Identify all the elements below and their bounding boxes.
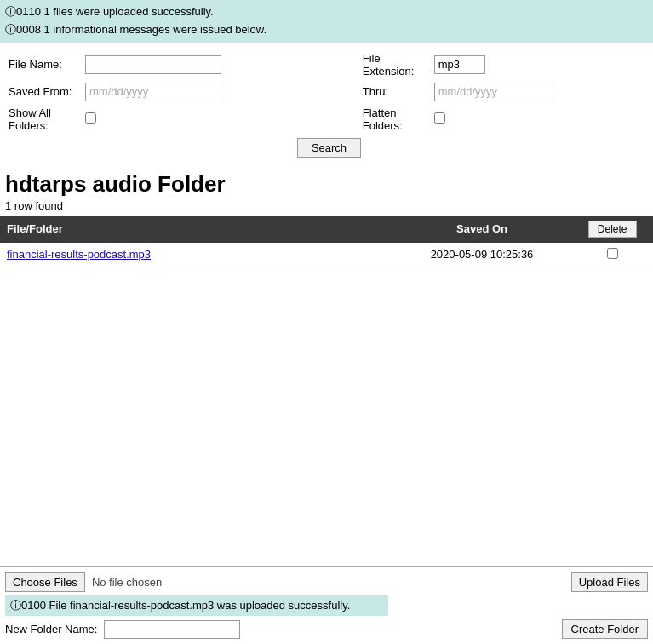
search-button[interactable]: Search: [297, 138, 361, 158]
no-file-label: No file chosen: [92, 576, 162, 589]
bottom-section: Choose Files No file chosen Upload Files…: [0, 566, 653, 644]
info-line-2: ⓘ0008 1 informational messages were issu…: [5, 21, 648, 39]
saved-on-cell: 2020-05-09 10:25:36: [392, 243, 572, 267]
row-count: 1 row found: [0, 199, 653, 216]
new-folder-name-input[interactable]: [104, 620, 240, 639]
file-extension-input[interactable]: [434, 55, 485, 74]
file-extension-label: File Extension:: [363, 52, 415, 78]
col-header-saved-on: Saved On: [392, 216, 572, 243]
file-link[interactable]: financial-results-podcast.mp3: [7, 248, 151, 261]
search-center: Search: [5, 138, 648, 158]
file-name-cell: financial-results-podcast.mp3: [0, 243, 392, 267]
file-table: File/Folder Saved On Delete financial-re…: [0, 216, 653, 267]
flatten-folders-checkbox[interactable]: [434, 112, 445, 124]
choose-files-button[interactable]: Choose Files: [5, 572, 85, 592]
search-section: File Name: File Extension: Saved From: T…: [0, 43, 653, 164]
col-header-file-folder: File/Folder: [0, 216, 392, 243]
folder-title: hdtarps audio Folder: [0, 164, 653, 199]
info-bar: ⓘ0110 1 files were uploaded successfully…: [0, 0, 653, 43]
delete-checkbox[interactable]: [607, 248, 618, 259]
table-row: financial-results-podcast.mp3 2020-05-09…: [0, 243, 653, 267]
delete-button-header[interactable]: Delete: [588, 221, 637, 238]
show-all-folders-label: Show All Folders:: [9, 106, 51, 132]
new-folder-name-label: New Folder Name:: [5, 623, 97, 635]
upload-files-button[interactable]: Upload Files: [571, 572, 648, 592]
thru-label: Thru:: [363, 85, 388, 98]
col-header-delete: Delete: [571, 216, 653, 243]
file-name-label: File Name:: [9, 58, 62, 71]
show-all-folders-checkbox[interactable]: [85, 112, 96, 124]
info-line-1: ⓘ0110 1 files were uploaded successfully…: [5, 3, 648, 21]
upload-success-bar: ⓘ0100 File financial-results-podcast.mp3…: [5, 595, 388, 616]
file-name-input[interactable]: [85, 55, 221, 74]
saved-from-label: Saved From:: [9, 85, 72, 98]
thru-input[interactable]: [434, 83, 553, 101]
new-folder-row: New Folder Name: Create Folder: [5, 619, 648, 639]
delete-cell: [571, 243, 653, 267]
flatten-folders-label: Flatten Folders:: [363, 106, 403, 132]
upload-row: Choose Files No file chosen Upload Files: [5, 572, 648, 592]
create-folder-button[interactable]: Create Folder: [562, 619, 648, 639]
saved-from-input[interactable]: [85, 83, 221, 101]
